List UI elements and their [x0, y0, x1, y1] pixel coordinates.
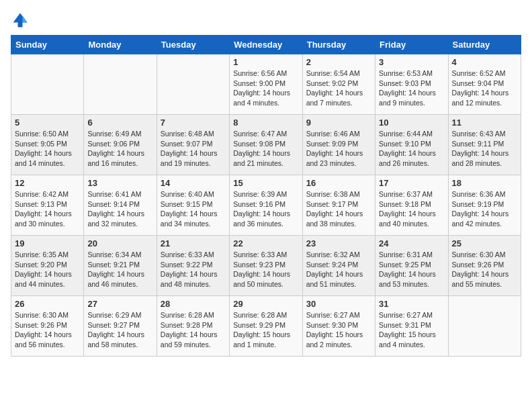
day-cell: 18Sunrise: 6:36 AM Sunset: 9:19 PM Dayli…: [448, 175, 521, 236]
week-row-3: 12Sunrise: 6:42 AM Sunset: 9:13 PM Dayli…: [11, 175, 521, 236]
day-info: Sunrise: 6:48 AM Sunset: 9:07 PM Dayligh…: [161, 129, 226, 169]
day-number: 9: [306, 118, 371, 128]
day-cell: 4Sunrise: 6:52 AM Sunset: 9:04 PM Daylig…: [448, 54, 521, 115]
day-info: Sunrise: 6:30 AM Sunset: 9:26 PM Dayligh…: [15, 310, 80, 350]
day-info: Sunrise: 6:49 AM Sunset: 9:06 PM Dayligh…: [87, 129, 152, 169]
day-info: Sunrise: 6:46 AM Sunset: 9:09 PM Dayligh…: [306, 129, 371, 169]
day-number: 10: [379, 118, 444, 128]
day-cell: [11, 54, 84, 115]
week-row-1: 1Sunrise: 6:56 AM Sunset: 9:00 PM Daylig…: [11, 54, 521, 115]
day-number: 8: [233, 118, 298, 128]
day-info: Sunrise: 6:52 AM Sunset: 9:04 PM Dayligh…: [452, 68, 517, 108]
header-cell-tuesday: Tuesday: [157, 36, 229, 54]
week-row-2: 5Sunrise: 6:50 AM Sunset: 9:05 PM Daylig…: [11, 115, 521, 175]
day-info: Sunrise: 6:40 AM Sunset: 9:15 PM Dayligh…: [161, 189, 226, 229]
day-info: Sunrise: 6:27 AM Sunset: 9:31 PM Dayligh…: [379, 310, 444, 350]
day-info: Sunrise: 6:28 AM Sunset: 9:28 PM Dayligh…: [161, 310, 226, 350]
day-cell: 13Sunrise: 6:41 AM Sunset: 9:14 PM Dayli…: [84, 175, 157, 236]
day-info: Sunrise: 6:29 AM Sunset: 9:27 PM Dayligh…: [87, 310, 152, 350]
day-number: 6: [87, 118, 152, 128]
day-cell: 8Sunrise: 6:47 AM Sunset: 9:08 PM Daylig…: [230, 115, 302, 175]
day-cell: 28Sunrise: 6:28 AM Sunset: 9:28 PM Dayli…: [157, 296, 229, 357]
day-cell: 5Sunrise: 6:50 AM Sunset: 9:05 PM Daylig…: [11, 115, 84, 175]
day-cell: [157, 54, 229, 115]
day-info: Sunrise: 6:32 AM Sunset: 9:24 PM Dayligh…: [306, 250, 371, 289]
day-number: 3: [379, 57, 444, 67]
day-cell: 1Sunrise: 6:56 AM Sunset: 9:00 PM Daylig…: [230, 54, 302, 115]
day-info: Sunrise: 6:43 AM Sunset: 9:11 PM Dayligh…: [452, 129, 517, 169]
day-cell: 7Sunrise: 6:48 AM Sunset: 9:07 PM Daylig…: [157, 115, 229, 175]
header-cell-saturday: Saturday: [448, 36, 521, 54]
day-cell: 6Sunrise: 6:49 AM Sunset: 9:06 PM Daylig…: [84, 115, 157, 175]
header-cell-sunday: Sunday: [11, 36, 84, 54]
day-number: 12: [15, 178, 80, 188]
logo-icon: [11, 11, 30, 30]
day-cell: 27Sunrise: 6:29 AM Sunset: 9:27 PM Dayli…: [84, 296, 157, 357]
day-info: Sunrise: 6:28 AM Sunset: 9:29 PM Dayligh…: [233, 310, 298, 350]
day-cell: 24Sunrise: 6:31 AM Sunset: 9:25 PM Dayli…: [375, 236, 448, 296]
day-cell: 15Sunrise: 6:39 AM Sunset: 9:16 PM Dayli…: [230, 175, 302, 236]
day-info: Sunrise: 6:33 AM Sunset: 9:23 PM Dayligh…: [233, 250, 298, 289]
day-cell: 29Sunrise: 6:28 AM Sunset: 9:29 PM Dayli…: [230, 296, 302, 357]
day-number: 27: [87, 299, 152, 309]
day-number: 17: [379, 178, 444, 188]
day-info: Sunrise: 6:39 AM Sunset: 9:16 PM Dayligh…: [233, 189, 298, 229]
day-cell: [448, 296, 521, 357]
day-number: 2: [306, 57, 371, 67]
day-number: 19: [15, 238, 80, 248]
day-number: 25: [452, 238, 517, 248]
header-row: SundayMondayTuesdayWednesdayThursdayFrid…: [11, 36, 521, 54]
day-number: 20: [87, 238, 152, 248]
week-row-5: 26Sunrise: 6:30 AM Sunset: 9:26 PM Dayli…: [11, 296, 521, 357]
day-info: Sunrise: 6:50 AM Sunset: 9:05 PM Dayligh…: [15, 129, 80, 169]
day-info: Sunrise: 6:37 AM Sunset: 9:18 PM Dayligh…: [379, 189, 444, 229]
day-info: Sunrise: 6:30 AM Sunset: 9:26 PM Dayligh…: [452, 250, 517, 289]
day-number: 18: [452, 178, 517, 188]
day-number: 11: [452, 118, 517, 128]
calendar-table: SundayMondayTuesdayWednesdayThursdayFrid…: [11, 35, 521, 357]
day-cell: 2Sunrise: 6:54 AM Sunset: 9:02 PM Daylig…: [302, 54, 375, 115]
day-number: 5: [15, 118, 80, 128]
day-number: 23: [306, 238, 371, 248]
day-number: 31: [379, 299, 444, 309]
header-cell-friday: Friday: [375, 36, 448, 54]
day-cell: 22Sunrise: 6:33 AM Sunset: 9:23 PM Dayli…: [230, 236, 302, 296]
day-cell: 31Sunrise: 6:27 AM Sunset: 9:31 PM Dayli…: [375, 296, 448, 357]
day-cell: 16Sunrise: 6:38 AM Sunset: 9:17 PM Dayli…: [302, 175, 375, 236]
day-number: 1: [233, 57, 298, 67]
day-number: 24: [379, 238, 444, 248]
day-info: Sunrise: 6:31 AM Sunset: 9:25 PM Dayligh…: [379, 250, 444, 289]
day-info: Sunrise: 6:27 AM Sunset: 9:30 PM Dayligh…: [306, 310, 371, 350]
day-number: 13: [87, 178, 152, 188]
day-cell: 23Sunrise: 6:32 AM Sunset: 9:24 PM Dayli…: [302, 236, 375, 296]
day-cell: 11Sunrise: 6:43 AM Sunset: 9:11 PM Dayli…: [448, 115, 521, 175]
day-info: Sunrise: 6:47 AM Sunset: 9:08 PM Dayligh…: [233, 129, 298, 169]
day-cell: 9Sunrise: 6:46 AM Sunset: 9:09 PM Daylig…: [302, 115, 375, 175]
day-cell: 14Sunrise: 6:40 AM Sunset: 9:15 PM Dayli…: [157, 175, 229, 236]
week-row-4: 19Sunrise: 6:35 AM Sunset: 9:20 PM Dayli…: [11, 236, 521, 296]
day-info: Sunrise: 6:41 AM Sunset: 9:14 PM Dayligh…: [87, 189, 152, 229]
day-number: 21: [161, 238, 226, 248]
day-info: Sunrise: 6:54 AM Sunset: 9:02 PM Dayligh…: [306, 68, 371, 108]
day-info: Sunrise: 6:35 AM Sunset: 9:20 PM Dayligh…: [15, 250, 80, 289]
day-cell: [84, 54, 157, 115]
day-cell: 21Sunrise: 6:33 AM Sunset: 9:22 PM Dayli…: [157, 236, 229, 296]
day-cell: 25Sunrise: 6:30 AM Sunset: 9:26 PM Dayli…: [448, 236, 521, 296]
day-number: 4: [452, 57, 517, 67]
header-cell-monday: Monday: [84, 36, 157, 54]
day-cell: 10Sunrise: 6:44 AM Sunset: 9:10 PM Dayli…: [375, 115, 448, 175]
day-number: 16: [306, 178, 371, 188]
day-cell: 19Sunrise: 6:35 AM Sunset: 9:20 PM Dayli…: [11, 236, 84, 296]
day-cell: 12Sunrise: 6:42 AM Sunset: 9:13 PM Dayli…: [11, 175, 84, 236]
day-number: 26: [15, 299, 80, 309]
day-number: 29: [233, 299, 298, 309]
day-cell: 30Sunrise: 6:27 AM Sunset: 9:30 PM Dayli…: [302, 296, 375, 357]
day-cell: 3Sunrise: 6:53 AM Sunset: 9:03 PM Daylig…: [375, 54, 448, 115]
day-info: Sunrise: 6:36 AM Sunset: 9:19 PM Dayligh…: [452, 189, 517, 229]
day-info: Sunrise: 6:34 AM Sunset: 9:21 PM Dayligh…: [87, 250, 152, 289]
day-cell: 20Sunrise: 6:34 AM Sunset: 9:21 PM Dayli…: [84, 236, 157, 296]
day-number: 7: [161, 118, 226, 128]
day-info: Sunrise: 6:38 AM Sunset: 9:17 PM Dayligh…: [306, 189, 371, 229]
day-cell: 26Sunrise: 6:30 AM Sunset: 9:26 PM Dayli…: [11, 296, 84, 357]
day-info: Sunrise: 6:42 AM Sunset: 9:13 PM Dayligh…: [15, 189, 80, 229]
